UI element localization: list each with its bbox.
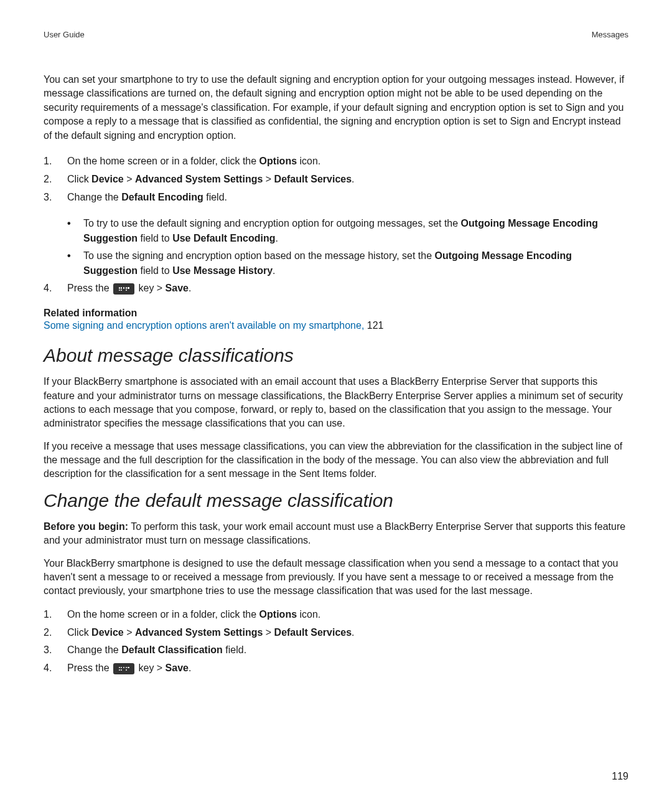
step-text: Press the key > Save. [67,281,628,296]
step-number: 4. [44,661,67,676]
related-info-heading: Related information [44,308,628,319]
step-3: 3. Change the Default Classification fie… [44,643,628,658]
section1-para1: If your BlackBerry smartphone is associa… [44,375,628,431]
step-1: 1. On the home screen or in a folder, cl… [44,154,628,169]
step-text: Click Device > Advanced System Settings … [67,625,628,641]
steps-list-1: 1. On the home screen or in a folder, cl… [44,154,628,205]
bullet-icon: • [67,248,83,278]
step-number: 4. [44,281,67,296]
header-right: Messages [592,30,628,39]
related-link-line: Some signing and encryption options aren… [44,320,628,331]
step-3-sublist: • To try to use the default signing and … [67,216,628,278]
bullet-text: To try to use the default signing and en… [83,216,628,246]
section-heading-change: Change the default message classificatio… [44,490,628,511]
related-link[interactable]: Some signing and encryption options aren… [44,320,367,331]
step-2: 2. Click Device > Advanced System Settin… [44,172,628,187]
page-header: User Guide Messages [44,30,628,39]
step-number: 3. [44,643,67,658]
step-1: 1. On the home screen or in a folder, cl… [44,607,628,623]
step-4: 4. Press the key > Save. [44,281,628,296]
intro-paragraph: You can set your smartphone to try to us… [44,73,628,143]
page-number: 119 [612,771,628,782]
sub-bullet-1: • To try to use the default signing and … [67,216,628,246]
related-page-ref: 121 [367,320,384,331]
bullet-icon: • [67,216,83,246]
step-number: 3. [44,190,67,205]
step-text: Change the Default Encoding field. [67,190,628,205]
step-text: On the home screen or in a folder, click… [67,607,628,623]
sub-bullet-2: • To use the signing and encryption opti… [67,248,628,278]
section2-para2: Your BlackBerry smartphone is designed t… [44,557,628,598]
before-you-begin: Before you begin: To perform this task, … [44,520,628,548]
menu-key-icon [113,283,134,295]
step-number: 1. [44,154,67,169]
step-3: 3. Change the Default Encoding field. [44,190,628,205]
steps-list-2: 1. On the home screen or in a folder, cl… [44,607,628,676]
step-number: 1. [44,607,67,623]
section-heading-about: About message classifications [44,345,628,366]
menu-key-icon [113,663,134,674]
step-2: 2. Click Device > Advanced System Settin… [44,625,628,641]
step-text: On the home screen or in a folder, click… [67,154,628,169]
step-text: Change the Default Classification field. [67,643,628,658]
step-number: 2. [44,625,67,641]
step-number: 2. [44,172,67,187]
header-left: User Guide [44,30,85,39]
step-text: Press the key > Save. [67,661,628,676]
section1-para2: If you receive a message that uses messa… [44,440,628,481]
step-4: 4. Press the key > Save. [44,661,628,676]
bullet-text: To use the signing and encryption option… [83,248,628,278]
steps-list-1b: 4. Press the key > Save. [44,281,628,296]
step-text: Click Device > Advanced System Settings … [67,172,628,187]
